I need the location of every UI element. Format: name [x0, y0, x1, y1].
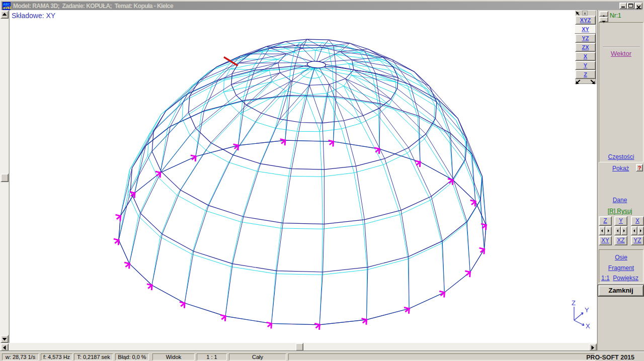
svg-text:Y: Y — [585, 306, 589, 314]
svg-text:Z: Z — [572, 299, 576, 307]
svg-text:X: X — [586, 322, 590, 329]
